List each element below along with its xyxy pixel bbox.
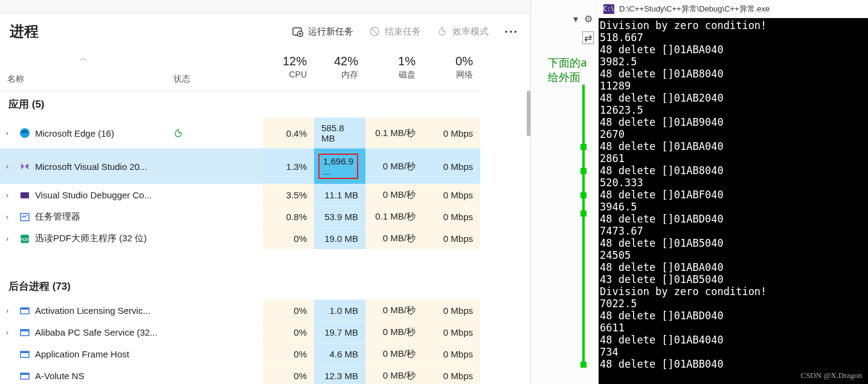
mem-cell: 1,696.9 ... [314,148,365,184]
cpu-cell: 0.8% [263,206,314,227]
change-marker [582,85,585,363]
cpu-cell: 0% [263,365,314,384]
col-name-header[interactable]: ︿ 名称 [0,50,166,91]
chevron-right-icon[interactable]: › [6,191,14,200]
console-title: D:\C++Study\C++异常\Debug\C++异常.exe [619,4,770,15]
more-button[interactable]: ··· [504,25,518,39]
mem-cell: 585.8 MB [314,117,365,148]
task-manager-pane: 进程 运行新任务 结束任务 效率模式 ··· ︿ 名称 状态 12%CPU 42… [0,0,530,384]
toolbar: 进程 运行新任务 结束任务 效率模式 ··· [0,13,530,50]
svg-rect-15 [21,373,29,375]
process-name: 任务管理器 [35,211,80,223]
disk-cell: 0 MB/秒 [365,321,423,343]
process-name: Visual Studio Debugger Co... [35,190,152,200]
cpu-cell: 3.5% [263,184,314,206]
col-net-header[interactable]: 0%网络 [423,50,480,91]
net-cell: 0 Mbps [423,184,480,206]
gear-icon[interactable]: ⚙ [584,13,593,25]
efficiency-icon [437,26,448,37]
console-output[interactable]: Division by zero condition! 518.667 48 d… [599,18,868,384]
svg-rect-9 [21,308,29,310]
net-cell: 0 Mbps [423,227,480,249]
disk-cell: 0 MB/秒 [365,227,423,249]
net-cell: 0 Mbps [423,148,480,184]
breakpoint-marker [580,144,587,150]
cpu-cell: 0% [263,227,314,249]
app-icon [19,305,30,316]
obscured-top [0,0,530,13]
cpu-cell: 0.4% [263,117,314,148]
app-icon [19,212,30,223]
new-task-button[interactable]: 运行新任务 [292,26,353,37]
cpu-cell: 0% [263,321,314,343]
chevron-right-icon[interactable]: › [6,328,14,337]
chevron-right-icon[interactable]: › [6,129,14,137]
app-icon [19,327,30,338]
mem-cell: 4.6 MB [314,343,365,365]
col-disk-header[interactable]: 1%磁盘 [365,50,423,91]
process-name: Application Frame Host [35,349,129,359]
editor-gutter-pane: ▾ ⚙ ⇄ 下面的a 给外面 [530,0,599,384]
net-cell: 0 Mbps [423,206,480,227]
app-icon: PDF [19,233,30,244]
chevron-right-icon[interactable]: › [6,213,14,221]
chevron-right-icon[interactable]: › [6,307,14,315]
disk-cell: 0 MB/秒 [365,299,423,321]
end-task-icon [369,26,380,37]
app-icon [19,190,30,201]
collapse-icon[interactable]: ⇄ [582,31,594,44]
mem-cell: 19.7 MB [314,321,365,343]
svg-rect-11 [21,330,29,331]
disk-cell: 0 MB/秒 [365,365,423,384]
cmd-icon: C:\ [603,4,614,14]
console-title-bar[interactable]: C:\ D:\C++Study\C++异常\Debug\C++异常.exe [599,0,868,18]
net-cell: 0 Mbps [423,117,480,148]
process-name: Activation Licensing Servic... [35,305,150,316]
col-status-header[interactable]: 状态 [166,50,263,91]
chevron-right-icon[interactable]: › [6,235,14,243]
cpu-cell: 0% [263,299,314,321]
breakpoint-marker [580,210,587,216]
svg-text:PDF: PDF [20,237,30,242]
end-task-button: 结束任务 [369,26,421,37]
cpu-cell: 0% [263,343,314,365]
leaf-icon [173,128,183,138]
process-name: Microsoft Edge (16) [35,128,114,138]
efficiency-label: 效率模式 [452,26,489,37]
col-mem-header[interactable]: 42%内存 [314,50,365,91]
app-icon [19,128,30,138]
net-cell: 0 Mbps [423,343,480,365]
watermark: CSDN @X.Dragon [800,371,862,380]
disk-cell: 0.1 MB/秒 [365,206,423,227]
dropdown-icon[interactable]: ▾ [573,13,578,25]
net-cell: 0 Mbps [423,321,480,343]
console-window: C:\ D:\C++Study\C++异常\Debug\C++异常.exe Di… [599,0,868,384]
mem-cell: 11.1 MB [314,184,365,206]
page-title: 进程 [10,22,39,41]
group-apps[interactable]: 应用 (5) [0,91,480,117]
process-name: 迅读PDF大师主程序 (32 位) [35,233,147,244]
disk-cell: 0 MB/秒 [365,184,423,206]
col-cpu-header[interactable]: 12%CPU [263,50,314,91]
disk-cell: 0.1 MB/秒 [365,117,423,148]
mem-cell: 1.0 MB [314,299,365,321]
code-snippet: 给外面 [548,70,599,85]
app-icon [19,349,30,360]
disk-cell: 0 MB/秒 [365,343,423,365]
cpu-cell: 1.3% [263,148,314,184]
chevron-right-icon[interactable]: › [6,162,14,171]
sort-up-icon: ︿ [80,53,87,63]
breakpoint-marker [580,362,587,368]
process-table: ︿ 名称 状态 12%CPU 42%内存 1%磁盘 0%网络 应用 (5) ›M… [0,50,530,384]
new-task-label: 运行新任务 [308,26,353,37]
mem-cell: 19.0 MB [314,227,365,249]
app-icon [19,161,30,172]
mem-cell: 12.3 MB [314,365,365,384]
efficiency-button: 效率模式 [437,26,489,37]
svg-rect-13 [21,351,29,353]
mem-cell: 53.9 MB [314,206,365,227]
breakpoint-marker [580,168,587,174]
group-bg[interactable]: 后台进程 (73) [0,273,480,299]
net-cell: 0 Mbps [423,299,480,321]
app-icon [19,371,30,382]
